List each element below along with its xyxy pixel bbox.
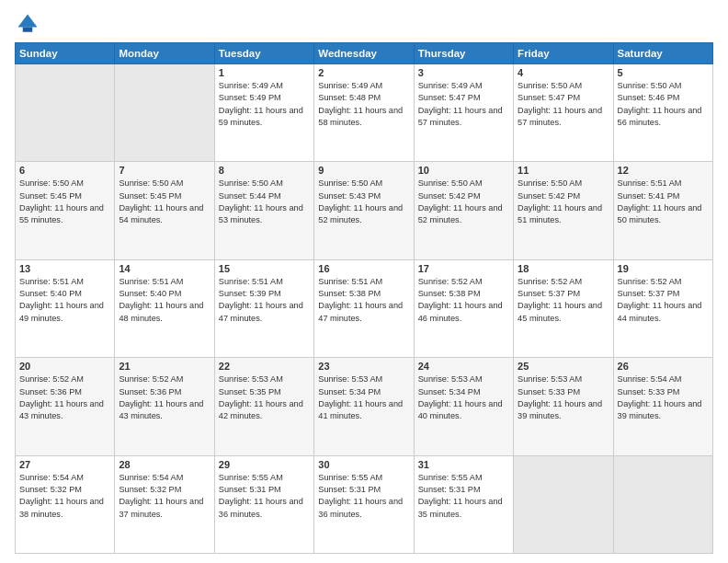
day-info: Sunrise: 5:51 AMSunset: 5:39 PMDaylight:… — [219, 276, 310, 325]
weekday-header: Thursday — [414, 43, 513, 64]
day-info: Sunrise: 5:52 AMSunset: 5:36 PMDaylight:… — [119, 373, 210, 422]
calendar-cell: 31Sunrise: 5:55 AMSunset: 5:31 PMDayligh… — [414, 455, 513, 553]
day-info: Sunrise: 5:50 AMSunset: 5:45 PMDaylight:… — [119, 178, 210, 226]
calendar-cell: 4Sunrise: 5:50 AMSunset: 5:47 PMDaylight… — [514, 64, 613, 162]
day-info: Sunrise: 5:50 AMSunset: 5:44 PMDaylight:… — [219, 178, 310, 226]
calendar-cell: 1Sunrise: 5:49 AMSunset: 5:49 PMDaylight… — [214, 64, 313, 162]
day-number: 17 — [418, 263, 509, 274]
calendar-cell: 28Sunrise: 5:54 AMSunset: 5:32 PMDayligh… — [115, 455, 214, 553]
day-info: Sunrise: 5:54 AMSunset: 5:32 PMDaylight:… — [19, 472, 110, 521]
day-info: Sunrise: 5:51 AMSunset: 5:40 PMDaylight:… — [19, 276, 110, 325]
calendar-cell: 27Sunrise: 5:54 AMSunset: 5:32 PMDayligh… — [16, 455, 115, 553]
day-number: 11 — [518, 165, 609, 176]
day-info: Sunrise: 5:54 AMSunset: 5:33 PMDaylight:… — [618, 373, 709, 422]
day-number: 8 — [219, 165, 310, 176]
calendar-table: SundayMondayTuesdayWednesdayThursdayFrid… — [15, 42, 713, 554]
day-info: Sunrise: 5:54 AMSunset: 5:32 PMDaylight:… — [119, 472, 210, 521]
weekday-header: Saturday — [613, 43, 712, 64]
weekday-header: Friday — [514, 43, 613, 64]
weekday-header: Tuesday — [214, 43, 313, 64]
day-number: 3 — [418, 67, 509, 78]
calendar-week-row: 1Sunrise: 5:49 AMSunset: 5:49 PMDaylight… — [16, 64, 713, 162]
calendar-cell: 17Sunrise: 5:52 AMSunset: 5:38 PMDayligh… — [414, 259, 513, 357]
calendar-cell: 21Sunrise: 5:52 AMSunset: 5:36 PMDayligh… — [115, 358, 214, 455]
calendar-cell: 18Sunrise: 5:52 AMSunset: 5:37 PMDayligh… — [514, 259, 613, 357]
day-number: 14 — [119, 263, 210, 274]
day-number: 15 — [219, 263, 310, 274]
page: SundayMondayTuesdayWednesdayThursdayFrid… — [0, 0, 728, 563]
calendar-cell: 25Sunrise: 5:53 AMSunset: 5:33 PMDayligh… — [514, 358, 613, 455]
day-number: 26 — [618, 361, 709, 372]
day-number: 28 — [119, 459, 210, 470]
day-number: 9 — [318, 165, 409, 176]
calendar-cell: 14Sunrise: 5:51 AMSunset: 5:40 PMDayligh… — [115, 259, 214, 357]
svg-marker-0 — [18, 15, 38, 28]
day-number: 16 — [318, 263, 409, 274]
day-number: 7 — [119, 165, 210, 176]
calendar-cell: 3Sunrise: 5:49 AMSunset: 5:47 PMDaylight… — [414, 64, 513, 162]
day-info: Sunrise: 5:55 AMSunset: 5:31 PMDaylight:… — [418, 472, 509, 521]
day-info: Sunrise: 5:50 AMSunset: 5:42 PMDaylight:… — [518, 178, 609, 226]
day-info: Sunrise: 5:49 AMSunset: 5:47 PMDaylight:… — [418, 80, 509, 129]
calendar-cell: 19Sunrise: 5:52 AMSunset: 5:37 PMDayligh… — [613, 259, 712, 357]
day-info: Sunrise: 5:50 AMSunset: 5:42 PMDaylight:… — [418, 178, 509, 226]
calendar-cell: 13Sunrise: 5:51 AMSunset: 5:40 PMDayligh… — [16, 259, 115, 357]
day-info: Sunrise: 5:53 AMSunset: 5:35 PMDaylight:… — [219, 373, 310, 422]
day-number: 29 — [219, 459, 310, 470]
calendar-week-row: 6Sunrise: 5:50 AMSunset: 5:45 PMDaylight… — [16, 162, 713, 259]
day-number: 19 — [618, 263, 709, 274]
day-number: 24 — [418, 361, 509, 372]
calendar-cell — [16, 64, 115, 162]
day-info: Sunrise: 5:55 AMSunset: 5:31 PMDaylight:… — [219, 472, 310, 521]
calendar-cell: 12Sunrise: 5:51 AMSunset: 5:41 PMDayligh… — [613, 162, 712, 259]
day-info: Sunrise: 5:49 AMSunset: 5:49 PMDaylight:… — [219, 80, 310, 129]
day-info: Sunrise: 5:51 AMSunset: 5:41 PMDaylight:… — [618, 178, 709, 226]
calendar-week-row: 13Sunrise: 5:51 AMSunset: 5:40 PMDayligh… — [16, 259, 713, 357]
svg-rect-1 — [23, 28, 33, 32]
calendar-cell: 20Sunrise: 5:52 AMSunset: 5:36 PMDayligh… — [16, 358, 115, 455]
day-info: Sunrise: 5:50 AMSunset: 5:46 PMDaylight:… — [618, 80, 709, 129]
day-number: 1 — [219, 67, 310, 78]
calendar-cell: 5Sunrise: 5:50 AMSunset: 5:46 PMDaylight… — [613, 64, 712, 162]
calendar-cell: 24Sunrise: 5:53 AMSunset: 5:34 PMDayligh… — [414, 358, 513, 455]
calendar-cell: 23Sunrise: 5:53 AMSunset: 5:34 PMDayligh… — [314, 358, 414, 455]
weekday-header: Monday — [115, 43, 214, 64]
day-info: Sunrise: 5:52 AMSunset: 5:36 PMDaylight:… — [19, 373, 110, 422]
calendar-week-row: 20Sunrise: 5:52 AMSunset: 5:36 PMDayligh… — [16, 358, 713, 455]
day-number: 6 — [19, 165, 110, 176]
day-number: 22 — [219, 361, 310, 372]
logo-icon — [15, 11, 40, 37]
calendar-header-row: SundayMondayTuesdayWednesdayThursdayFrid… — [16, 43, 713, 64]
calendar-cell: 15Sunrise: 5:51 AMSunset: 5:39 PMDayligh… — [214, 259, 313, 357]
day-info: Sunrise: 5:52 AMSunset: 5:37 PMDaylight:… — [518, 276, 609, 325]
calendar-week-row: 27Sunrise: 5:54 AMSunset: 5:32 PMDayligh… — [16, 455, 713, 553]
calendar-cell: 7Sunrise: 5:50 AMSunset: 5:45 PMDaylight… — [115, 162, 214, 259]
day-number: 10 — [418, 165, 509, 176]
calendar-cell — [613, 455, 712, 553]
day-number: 27 — [19, 459, 110, 470]
day-number: 30 — [318, 459, 409, 470]
day-info: Sunrise: 5:52 AMSunset: 5:37 PMDaylight:… — [618, 276, 709, 325]
calendar-cell: 11Sunrise: 5:50 AMSunset: 5:42 PMDayligh… — [514, 162, 613, 259]
day-number: 31 — [418, 459, 509, 470]
day-number: 4 — [518, 67, 609, 78]
day-info: Sunrise: 5:53 AMSunset: 5:34 PMDaylight:… — [318, 373, 409, 422]
calendar-cell: 10Sunrise: 5:50 AMSunset: 5:42 PMDayligh… — [414, 162, 513, 259]
day-number: 21 — [119, 361, 210, 372]
day-info: Sunrise: 5:51 AMSunset: 5:38 PMDaylight:… — [318, 276, 409, 325]
calendar-cell: 16Sunrise: 5:51 AMSunset: 5:38 PMDayligh… — [314, 259, 414, 357]
day-number: 2 — [318, 67, 409, 78]
day-number: 5 — [618, 67, 709, 78]
day-info: Sunrise: 5:55 AMSunset: 5:31 PMDaylight:… — [318, 472, 409, 521]
header — [15, 11, 713, 37]
day-number: 20 — [19, 361, 110, 372]
weekday-header: Sunday — [16, 43, 115, 64]
day-info: Sunrise: 5:50 AMSunset: 5:47 PMDaylight:… — [518, 80, 609, 129]
weekday-header: Wednesday — [314, 43, 414, 64]
calendar-cell: 8Sunrise: 5:50 AMSunset: 5:44 PMDaylight… — [214, 162, 313, 259]
day-info: Sunrise: 5:50 AMSunset: 5:43 PMDaylight:… — [318, 178, 409, 226]
day-number: 12 — [618, 165, 709, 176]
day-number: 13 — [19, 263, 110, 274]
calendar-cell — [115, 64, 214, 162]
calendar-cell: 9Sunrise: 5:50 AMSunset: 5:43 PMDaylight… — [314, 162, 414, 259]
